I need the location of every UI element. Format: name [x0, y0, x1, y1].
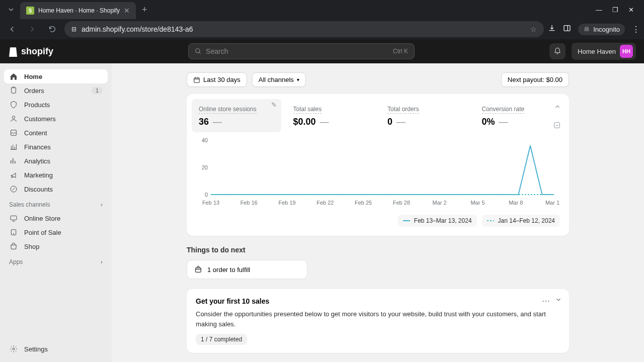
pos-icon — [9, 228, 18, 236]
incognito-badge[interactable]: Incognito — [578, 24, 625, 35]
guide-menu-icon[interactable]: ⋯ — [542, 296, 550, 306]
collapse-chart-icon[interactable] — [554, 103, 561, 112]
svg-text:Feb 25: Feb 25 — [355, 200, 372, 206]
minimize-icon[interactable]: — — [596, 6, 602, 14]
guide-title: Get your first 10 sales — [196, 297, 560, 305]
guide-collapse-icon[interactable] — [555, 296, 562, 306]
svg-text:Mar 2: Mar 2 — [433, 200, 447, 206]
chevron-down-icon: ▾ — [297, 77, 299, 82]
discounts-icon — [9, 185, 18, 193]
nav-home[interactable]: Home — [4, 69, 108, 83]
guide-description: Consider the opportunities presented bel… — [196, 309, 560, 329]
metric-total-orders[interactable]: Total orders 0— — [380, 99, 470, 132]
svg-text:Mar 5: Mar 5 — [470, 200, 485, 206]
svg-text:Feb 22: Feb 22 — [316, 200, 334, 206]
maximize-icon[interactable]: ❐ — [612, 6, 618, 14]
nav-finances[interactable]: Finances — [4, 140, 108, 154]
chevron-right-icon: › — [101, 201, 103, 208]
site-info-icon[interactable]: ⊟ — [71, 26, 76, 33]
analytics-icon — [9, 157, 18, 165]
search-input[interactable]: Search Ctrl K — [188, 43, 415, 59]
store-menu[interactable]: Home Haven HH — [572, 43, 636, 60]
reload-button[interactable] — [44, 21, 60, 37]
address-bar[interactable]: ⊟ admin.shopify.com/store/de8143-a6 ☆ — [64, 21, 544, 37]
metric-label: Total sales — [293, 106, 322, 114]
nav-label: Point of Sale — [24, 229, 61, 236]
bookmark-icon[interactable]: ☆ — [530, 25, 537, 33]
date-range-button[interactable]: Last 30 days — [187, 72, 247, 87]
nav-orders[interactable]: Orders 1 — [4, 83, 108, 98]
home-icon — [9, 72, 18, 80]
nav-label: Analytics — [24, 157, 50, 165]
svg-line-5 — [199, 52, 201, 54]
nav-label: Finances — [24, 143, 51, 151]
nav-content[interactable]: Content — [4, 126, 108, 140]
svg-text:20: 20 — [202, 164, 208, 170]
calendar-icon — [193, 76, 200, 83]
legend-previous[interactable]: Jan 14–Feb 12, 2024 — [482, 215, 560, 227]
trend-dash-icon: — — [396, 117, 406, 127]
nav-label: Home — [24, 73, 42, 80]
metric-label: Total orders — [387, 106, 419, 114]
metric-conversion-rate[interactable]: Conversion rate 0%— — [475, 99, 565, 132]
store-name: Home Haven — [578, 48, 616, 55]
nav-online-store[interactable]: Online Store — [4, 211, 108, 225]
nav-products[interactable]: Products — [4, 98, 108, 112]
nav-customers[interactable]: Customers — [4, 112, 108, 126]
nav-marketing[interactable]: Marketing — [4, 168, 108, 182]
metric-total-sales[interactable]: Total sales $0.00— — [286, 99, 376, 132]
todo-section-title: Things to do next — [187, 246, 569, 254]
svg-point-4 — [196, 49, 200, 53]
bell-icon — [553, 47, 561, 55]
close-window-icon[interactable]: ✕ — [628, 6, 634, 14]
nav-label: Online Store — [24, 215, 60, 222]
package-icon — [194, 265, 202, 274]
browser-menu-icon[interactable]: ⋮ — [632, 25, 640, 34]
tab-title: Home Haven · Home · Shopify — [38, 7, 120, 14]
nav-label: Shop — [24, 243, 39, 250]
forward-button[interactable] — [24, 21, 40, 37]
metric-sessions[interactable]: Online store sessions 36— — [192, 99, 281, 132]
search-placeholder: Search — [206, 47, 228, 55]
shopify-logo[interactable]: shopify — [8, 46, 53, 57]
url-text: admin.shopify.com/store/de8143-a6 — [82, 25, 193, 33]
nav-discounts[interactable]: Discounts — [4, 182, 108, 196]
nav-point-of-sale[interactable]: Point of Sale — [4, 225, 108, 239]
browser-tab[interactable]: S Home Haven · Home · Shopify ✕ — [20, 2, 136, 19]
nav-settings[interactable]: Settings — [4, 342, 108, 356]
nav-analytics[interactable]: Analytics — [4, 154, 108, 168]
trend-dash-icon: — — [213, 117, 222, 127]
next-payout-button[interactable]: Next payout: $0.00 — [501, 72, 569, 87]
apps-section[interactable]: Apps › — [4, 253, 108, 268]
panel-icon[interactable] — [563, 24, 571, 34]
back-button[interactable] — [4, 21, 20, 37]
downloads-icon[interactable] — [548, 24, 556, 34]
metric-value: 0% — [482, 117, 495, 127]
chart-action-icon[interactable] — [553, 121, 561, 131]
metric-value: $0.00 — [293, 117, 316, 127]
legend-current[interactable]: Feb 13–Mar 13, 2024 — [398, 215, 477, 227]
nav-label: Customers — [24, 115, 56, 123]
section-label: Apps — [9, 258, 23, 265]
trend-dash-icon: — — [499, 117, 508, 127]
todo-fulfill-order[interactable]: 1 order to fulfill — [187, 260, 307, 279]
close-tab-icon[interactable]: ✕ — [124, 7, 130, 15]
tab-list-dropdown[interactable] — [4, 3, 18, 17]
guide-progress: 1 / 7 completed — [196, 334, 247, 345]
sales-channels-section[interactable]: Sales channels › — [4, 196, 108, 211]
new-tab-button[interactable]: + — [142, 5, 147, 15]
channels-label: All channels — [259, 76, 294, 83]
section-label: Sales channels — [9, 201, 50, 208]
nav-label: Marketing — [24, 171, 53, 179]
metric-label: Conversion rate — [482, 106, 525, 114]
svg-rect-10 — [11, 230, 16, 235]
edit-metric-icon[interactable]: ✎ — [271, 101, 277, 109]
svg-text:Mar 8: Mar 8 — [509, 200, 523, 206]
legend-label: Jan 14–Feb 12, 2024 — [498, 217, 555, 224]
date-range-label: Last 30 days — [203, 76, 240, 83]
notifications-button[interactable] — [549, 43, 566, 59]
channels-filter-button[interactable]: All channels ▾ — [252, 72, 306, 87]
payout-label: Next payout: $0.00 — [508, 76, 562, 83]
nav-shop[interactable]: Shop — [4, 239, 108, 253]
finances-icon — [9, 143, 18, 151]
